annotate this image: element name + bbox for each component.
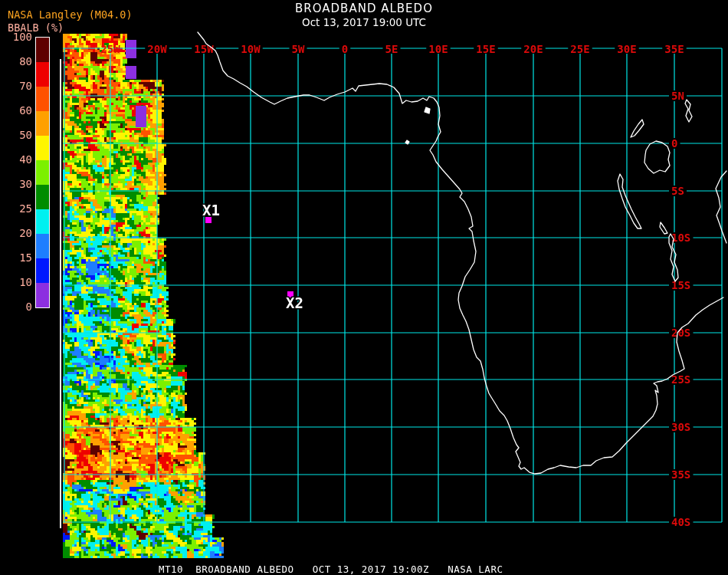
legend-tick-label: 100 xyxy=(5,31,32,43)
legend-segment xyxy=(36,111,49,136)
latitude-label: 40S xyxy=(671,516,690,528)
marker-label: X1 xyxy=(202,202,220,219)
longitude-label: 10W xyxy=(241,43,261,55)
legend-segment xyxy=(36,283,49,307)
latitude-label: 25S xyxy=(671,373,690,386)
longitude-label: 15E xyxy=(476,43,495,55)
map-left-edge-line xyxy=(60,59,61,528)
latitude-label: 10S xyxy=(671,232,690,244)
coastline-layer xyxy=(198,32,726,474)
latitude-label: 5S xyxy=(671,185,684,197)
longitude-label: 15W xyxy=(194,43,214,55)
island-bioko xyxy=(425,107,430,113)
legend-segment xyxy=(36,258,49,283)
africa-west-coastline xyxy=(198,32,723,474)
color-scale-bar xyxy=(35,37,50,308)
legend-tick-label: 70 xyxy=(5,80,32,92)
marker-label: X2 xyxy=(286,294,303,311)
longitude-label: 30E xyxy=(617,43,636,55)
longitude-label: 35E xyxy=(664,43,684,55)
lake-tanganyika xyxy=(618,174,641,228)
point-marker-x1: X1 xyxy=(202,202,220,223)
africa-east-coastline xyxy=(716,171,726,243)
legend-tick-label: 20 xyxy=(5,227,32,239)
lake-albert xyxy=(631,120,644,137)
legend-segment xyxy=(36,209,49,234)
timestamp-subtitle: Oct 13, 2017 19:00 UTC xyxy=(0,16,728,28)
legend-tick-label: 25 xyxy=(5,202,32,215)
longitude-label: 20E xyxy=(523,43,543,55)
longitude-label: 25E xyxy=(570,43,589,55)
longitude-label: 0 xyxy=(342,43,348,55)
longitude-label: 5E xyxy=(385,43,398,55)
legend-tick-label: 80 xyxy=(5,55,32,67)
legend-segment xyxy=(36,87,49,111)
lake-turkana xyxy=(685,100,692,122)
legend-tick-label: 30 xyxy=(5,178,32,190)
latitude-label: 0 xyxy=(671,137,677,150)
latitude-label: 5N xyxy=(671,90,684,102)
page-title: BROADBAND ALBEDO xyxy=(0,2,728,15)
legend-tick-label: 60 xyxy=(5,104,32,117)
legend-tick-label: 15 xyxy=(5,251,32,264)
longitude-label: 25W xyxy=(100,43,120,55)
latitude-label: 15S xyxy=(671,279,690,291)
lake-victoria xyxy=(644,141,670,173)
lake-rukwa xyxy=(660,222,667,234)
marker-layer: X1X2 xyxy=(202,202,303,311)
legend-tick-label: 40 xyxy=(5,153,32,166)
longitude-label: 20W xyxy=(147,43,167,55)
island-sao-tome xyxy=(405,140,409,144)
title-block: BROADBAND ALBEDO Oct 13, 2017 19:00 UTC xyxy=(0,2,728,28)
point-marker-x2: X2 xyxy=(286,291,303,311)
legend-segment xyxy=(36,185,49,209)
legend-tick-label: 10 xyxy=(5,276,32,288)
latitude-label: 30S xyxy=(671,421,690,433)
latitude-label: 35S xyxy=(671,468,690,481)
status-bar: MT10 BROADBAND ALBEDO OCT 13, 2017 19:00… xyxy=(159,564,503,575)
map-overlay: 25W20W15W10W5W05E10E15E20E25E30E35E5N05S… xyxy=(0,0,728,575)
legend-segment xyxy=(36,234,49,258)
albedo-product-screen: { "title": {"line1": "BROADBAND ALBEDO",… xyxy=(0,0,728,575)
legend-tick-label: 0 xyxy=(5,301,32,313)
graticule-layer xyxy=(63,48,722,522)
legend-segment xyxy=(36,62,49,87)
longitude-label: 10E xyxy=(428,43,448,55)
longitude-label: 5W xyxy=(292,43,305,55)
legend-tick-label: 50 xyxy=(5,129,32,141)
legend-segment xyxy=(36,38,49,62)
legend-segment xyxy=(36,136,49,160)
legend-segment xyxy=(36,160,49,185)
